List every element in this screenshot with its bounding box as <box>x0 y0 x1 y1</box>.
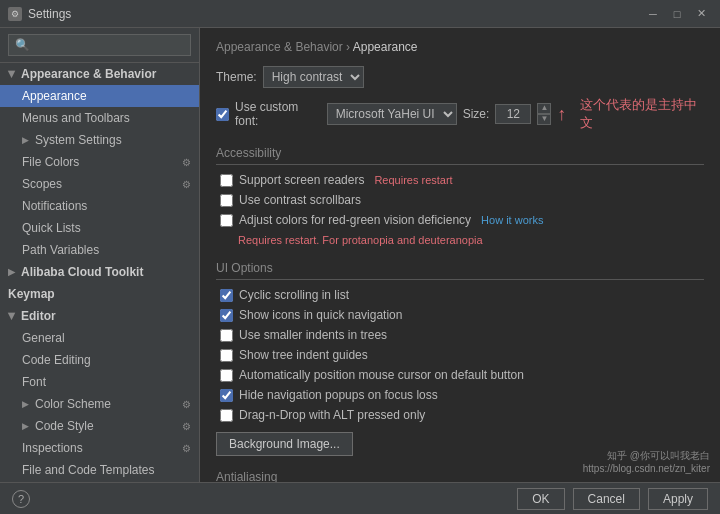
sidebar-item-path-variables[interactable]: Path Variables <box>0 239 199 261</box>
sidebar-item-inspections[interactable]: Inspections ⚙ <box>0 437 199 459</box>
breadcrumb-separator: › <box>346 40 353 54</box>
sidebar-item-scopes[interactable]: Scopes ⚙ <box>0 173 199 195</box>
cancel-button[interactable]: Cancel <box>573 488 640 510</box>
tree-indent-row: Show tree indent guides <box>216 348 704 362</box>
size-arrows: ▲ ▼ <box>537 103 551 125</box>
adjust-colors-checkbox[interactable] <box>220 214 233 227</box>
hide-nav-row: Hide navigation popups on focus loss <box>216 388 704 402</box>
sidebar-item-code-editing[interactable]: Code Editing <box>0 349 199 371</box>
contrast-scrollbars-label[interactable]: Use contrast scrollbars <box>239 193 361 207</box>
requires-restart-label: Requires restart <box>374 174 452 186</box>
sidebar-label-system-settings: System Settings <box>35 133 122 147</box>
window-title: Settings <box>28 7 71 21</box>
annotation-arrow-icon: ↑ <box>557 104 566 125</box>
bg-image-row: Background Image... <box>216 428 704 456</box>
sidebar-label-path-variables: Path Variables <box>22 243 99 257</box>
sidebar-item-file-colors[interactable]: File Colors ⚙ <box>0 151 199 173</box>
sidebar-item-file-encodings[interactable]: File Encodings ⚙ <box>0 481 199 482</box>
sidebar-item-menus-toolbars[interactable]: Menus and Toolbars <box>0 107 199 129</box>
app-icon: ⚙ <box>8 7 22 21</box>
adjust-colors-row: Adjust colors for red-green vision defic… <box>216 213 704 227</box>
tree-indent-checkbox[interactable] <box>220 349 233 362</box>
sidebar-label-general: General <box>22 331 65 345</box>
accessibility-section-title: Accessibility <box>216 146 704 165</box>
sidebar-label-keymap: Keymap <box>8 287 55 301</box>
expand-arrow-icon: ▶ <box>7 313 17 320</box>
screen-readers-label[interactable]: Support screen readers <box>239 173 364 187</box>
size-input[interactable] <box>495 104 531 124</box>
main-layout: ▶ Appearance & Behavior Appearance Menus… <box>0 28 720 482</box>
sidebar-item-editor[interactable]: ▶ Editor <box>0 305 199 327</box>
expand-arrow-icon: ▶ <box>8 267 15 277</box>
drag-drop-label[interactable]: Drag-n-Drop with ALT pressed only <box>239 408 425 422</box>
minimize-button[interactable]: ─ <box>642 5 664 23</box>
theme-select[interactable]: High contrast Darcula IntelliJ Windows <box>263 66 364 88</box>
sidebar-item-color-scheme[interactable]: ▶ Color Scheme ⚙ <box>0 393 199 415</box>
sidebar: ▶ Appearance & Behavior Appearance Menus… <box>0 28 200 482</box>
auto-mouse-checkbox[interactable] <box>220 369 233 382</box>
custom-font-label[interactable]: Use custom font: <box>235 100 321 128</box>
show-icons-checkbox[interactable] <box>220 309 233 322</box>
settings-icon: ⚙ <box>182 157 191 168</box>
search-input[interactable] <box>8 34 191 56</box>
size-down-arrow[interactable]: ▼ <box>537 114 551 125</box>
sidebar-label-notifications: Notifications <box>22 199 87 213</box>
custom-font-checkbox[interactable] <box>216 108 229 121</box>
help-button[interactable]: ? <box>12 490 30 508</box>
sidebar-label-scopes: Scopes <box>22 177 62 191</box>
close-button[interactable]: ✕ <box>690 5 712 23</box>
sidebar-item-system-settings[interactable]: ▶ System Settings <box>0 129 199 151</box>
sidebar-item-appearance[interactable]: Appearance <box>0 85 199 107</box>
cyclic-scrolling-label[interactable]: Cyclic scrolling in list <box>239 288 349 302</box>
sidebar-item-quick-lists[interactable]: Quick Lists <box>0 217 199 239</box>
settings-icon: ⚙ <box>182 399 191 410</box>
custom-font-select[interactable]: Microsoft YaHei UI Arial Consolas Segoe … <box>327 103 457 125</box>
annotation-text: 这个代表的是主持中文 <box>580 96 704 132</box>
breadcrumb-parent: Appearance & Behavior <box>216 40 343 54</box>
smaller-indents-label[interactable]: Use smaller indents in trees <box>239 328 387 342</box>
breadcrumb: Appearance & Behavior › Appearance <box>216 40 704 54</box>
search-box <box>0 28 199 63</box>
window-controls: ─ □ ✕ <box>642 5 712 23</box>
sidebar-label-menus-toolbars: Menus and Toolbars <box>22 111 130 125</box>
expand-arrow-icon: ▶ <box>22 135 29 145</box>
content-area: Appearance & Behavior › Appearance Theme… <box>200 28 720 482</box>
show-icons-label[interactable]: Show icons in quick navigation <box>239 308 402 322</box>
adjust-colors-note: Requires restart. For protanopia and deu… <box>238 234 483 246</box>
expand-arrow-icon: ▶ <box>7 71 17 78</box>
drag-drop-checkbox[interactable] <box>220 409 233 422</box>
apply-button[interactable]: Apply <box>648 488 708 510</box>
size-label: Size: <box>463 107 490 121</box>
cyclic-scrolling-row: Cyclic scrolling in list <box>216 288 704 302</box>
sidebar-item-font[interactable]: Font <box>0 371 199 393</box>
sidebar-label-code-editing: Code Editing <box>22 353 91 367</box>
sidebar-item-notifications[interactable]: Notifications <box>0 195 199 217</box>
sidebar-label-file-colors: File Colors <box>22 155 79 169</box>
maximize-button[interactable]: □ <box>666 5 688 23</box>
how-it-works-link[interactable]: How it works <box>481 214 543 226</box>
ok-button[interactable]: OK <box>517 488 564 510</box>
smaller-indents-checkbox[interactable] <box>220 329 233 342</box>
sidebar-label-appearance: Appearance <box>22 89 87 103</box>
sidebar-item-appearance-behavior[interactable]: ▶ Appearance & Behavior <box>0 63 199 85</box>
sidebar-item-general[interactable]: General <box>0 327 199 349</box>
cyclic-scrolling-checkbox[interactable] <box>220 289 233 302</box>
adjust-colors-label[interactable]: Adjust colors for red-green vision defic… <box>239 213 471 227</box>
sidebar-item-code-style[interactable]: ▶ Code Style ⚙ <box>0 415 199 437</box>
sidebar-item-keymap[interactable]: Keymap <box>0 283 199 305</box>
tree-indent-label[interactable]: Show tree indent guides <box>239 348 368 362</box>
hide-nav-label[interactable]: Hide navigation popups on focus loss <box>239 388 438 402</box>
sidebar-item-file-code-templates[interactable]: File and Code Templates <box>0 459 199 481</box>
sidebar-label-code-style: Code Style <box>35 419 94 433</box>
theme-label: Theme: <box>216 70 257 84</box>
breadcrumb-current: Appearance <box>353 40 418 54</box>
sidebar-item-alibaba[interactable]: ▶ Alibaba Cloud Toolkit <box>0 261 199 283</box>
auto-mouse-label[interactable]: Automatically position mouse cursor on d… <box>239 368 524 382</box>
contrast-scrollbars-row: Use contrast scrollbars <box>216 193 704 207</box>
size-up-arrow[interactable]: ▲ <box>537 103 551 114</box>
hide-nav-checkbox[interactable] <box>220 389 233 402</box>
bg-image-button[interactable]: Background Image... <box>216 432 353 456</box>
sidebar-label-editor: Editor <box>21 309 56 323</box>
screen-readers-checkbox[interactable] <box>220 174 233 187</box>
contrast-scrollbars-checkbox[interactable] <box>220 194 233 207</box>
